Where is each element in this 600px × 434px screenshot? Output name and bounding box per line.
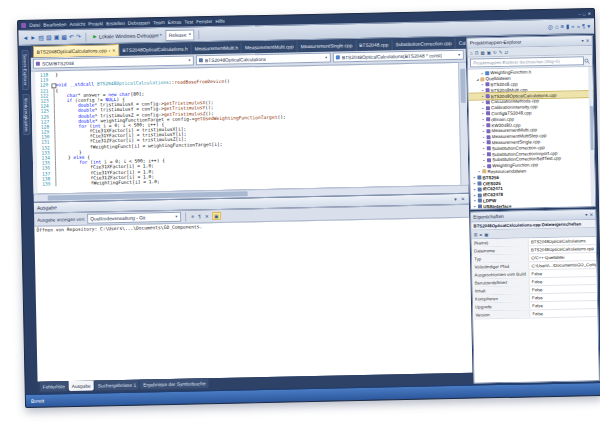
main-region: Server-ExplorerWerkzeugkasten BTS2048Opt… xyxy=(19,34,600,394)
start-debug-button[interactable]: ► Lokale Windows-Debugger ▾ xyxy=(90,32,164,40)
close-icon[interactable]: ✕ xyxy=(460,196,466,202)
configuration-combo[interactable]: Release ▼ xyxy=(166,29,195,41)
menu-item-datei[interactable]: Datei xyxy=(29,23,40,28)
menu-item-extras[interactable]: Extras xyxy=(168,20,182,25)
output-source-combo[interactable]: Quellcodeverwaltung - Git ▼ xyxy=(87,212,181,224)
chevron-down-icon: ▼ xyxy=(175,215,178,219)
close-icon[interactable]: ✕ xyxy=(586,38,590,43)
type-dropdown[interactable]: BTS2048OpticalCalculations ▼ xyxy=(196,53,331,66)
property-pages-icon[interactable]: ▣ xyxy=(484,232,488,237)
messages-icon[interactable]: ≡ xyxy=(190,213,195,219)
doc-tab[interactable]: BTS2048.cpp xyxy=(356,39,392,51)
maximize-icon[interactable]: □ xyxy=(583,11,586,16)
solution-explorer-title: Projektmappen-Explorer xyxy=(470,40,522,46)
bookmark-icon[interactable]: ▮ xyxy=(566,23,569,30)
menu-item-team[interactable]: Team xyxy=(153,20,165,25)
solution-explorer-title-icons: ▾✕ xyxy=(581,38,589,43)
minimize-icon[interactable]: – xyxy=(578,11,580,16)
save-all-icon[interactable]: ▦ xyxy=(61,34,67,41)
h-icon xyxy=(485,71,489,75)
indent-icon[interactable]: » xyxy=(577,23,580,30)
doc-tab[interactable]: CalibrationIntensity.cpp xyxy=(456,37,466,49)
cpp-icon xyxy=(485,100,489,104)
pin-icon[interactable]: ▾ xyxy=(585,212,587,217)
output-title: Ausgabe xyxy=(37,204,57,210)
chevron-down-icon: ▾ xyxy=(160,33,162,37)
new-project-icon[interactable]: ▤ xyxy=(38,34,44,41)
member-dropdown[interactable]: BTS2048OpticalCalculations(BTS2048 * con… xyxy=(333,50,464,63)
close-icon[interactable]: ✕ xyxy=(589,212,593,217)
menu-item-fenster[interactable]: Fenster xyxy=(196,19,212,24)
chevron-icon: ▸ xyxy=(481,83,485,87)
doc-tab-label: MeasurementSingle.cpp xyxy=(301,43,353,49)
bottom-tab[interactable]: Fehlerliste xyxy=(40,381,68,392)
home-icon[interactable]: ⌂ xyxy=(470,50,473,55)
search-icon[interactable] xyxy=(584,58,590,64)
chevron-down-icon: ▼ xyxy=(188,32,191,36)
cpp-project-icon xyxy=(36,62,40,66)
chevron-icon: ▸ xyxy=(482,164,486,168)
line-number: 139 xyxy=(37,181,52,187)
close-icon[interactable]: ✕ xyxy=(112,48,115,53)
line-marks-icon[interactable]: ¶ xyxy=(582,23,585,30)
properties-icon[interactable]: ▣ xyxy=(487,50,491,55)
status-text: Bereit xyxy=(31,398,44,404)
navigate-icon[interactable]: ⌂ xyxy=(555,23,559,30)
window-position-icon[interactable]: ▾ xyxy=(453,196,458,202)
side-tab[interactable]: Werkzeugkasten xyxy=(22,93,30,135)
solution-tree: ▸WeightingFunction.h◢Quelldateien▸BTS204… xyxy=(468,67,595,209)
categorized-icon[interactable]: ⊞ xyxy=(474,232,478,237)
clear-output-icon[interactable]: ✕ xyxy=(204,213,210,219)
solution-search-input[interactable] xyxy=(470,56,584,67)
save-icon[interactable]: ▣ xyxy=(54,34,60,41)
alphabetical-icon[interactable]: ≡ xyxy=(479,232,482,237)
scrollbar-thumb[interactable] xyxy=(589,106,593,151)
pin-icon[interactable]: ▪ xyxy=(109,48,111,53)
back-icon[interactable]: ◄ xyxy=(22,34,28,41)
project-dropdown[interactable]: SCM/BTS2048 ▼ xyxy=(33,55,194,68)
refresh-icon[interactable]: ↻ xyxy=(493,50,497,55)
forward-icon[interactable]: ► xyxy=(30,34,36,41)
redo-icon[interactable]: ↷ xyxy=(76,33,81,40)
menu-item-erstellen[interactable]: Erstellen xyxy=(106,21,125,26)
scrollbar-thumb[interactable] xyxy=(460,69,466,103)
menu-item-test[interactable]: Test xyxy=(184,19,193,24)
cpp-icon xyxy=(486,123,490,127)
bottom-tab[interactable]: Suchergebnisse 1 xyxy=(95,380,140,391)
undo-icon[interactable]: ↶ xyxy=(69,33,74,40)
window-controls: –□✕ xyxy=(578,11,591,16)
open-file-icon[interactable]: ▧ xyxy=(46,34,52,41)
bottom-tab[interactable]: Ergebnisse der Symbolsuche xyxy=(140,378,209,389)
menu-item-projekt[interactable]: Projekt xyxy=(88,21,103,26)
code-editor[interactable]: 118}119120void __stdcall BTS2048OpticalC… xyxy=(31,63,469,194)
collapse-all-icon[interactable]: ⊟ xyxy=(475,50,479,55)
doc-tab-label: BTS2048OpticalCalculations.h xyxy=(123,47,188,53)
class-icon xyxy=(199,58,203,62)
show-all-files-icon[interactable]: ▦ xyxy=(480,50,484,55)
close-icon[interactable]: ✕ xyxy=(587,11,591,16)
property-row[interactable]: VersionFalse xyxy=(473,309,597,320)
menu-item-debuggen[interactable]: Debuggen xyxy=(128,20,150,25)
pin-output-icon[interactable]: ▣ xyxy=(212,212,221,220)
chevron-icon: ▸ xyxy=(481,89,485,93)
doc-tab-label: SubstitutionCorrection.cpp xyxy=(395,41,451,47)
output-content[interactable]: Öffnen von Repository: C:\Users\...\Docu… xyxy=(34,218,472,382)
cpp-icon xyxy=(486,112,490,116)
menu-item-hilfe[interactable]: Hilfe xyxy=(215,19,225,24)
cpp-icon xyxy=(486,146,490,150)
bottom-tab[interactable]: Ausgabe xyxy=(69,381,94,392)
outline-margin xyxy=(52,181,57,186)
word-wrap-icon[interactable]: ¶ xyxy=(197,213,202,219)
outdent-icon[interactable]: « xyxy=(571,23,574,30)
comment-icon[interactable]: ≡ xyxy=(560,23,564,30)
folder-icon xyxy=(482,170,486,174)
side-tab[interactable]: Server-Explorer xyxy=(21,50,29,90)
pin-icon[interactable]: ▾ xyxy=(581,38,583,43)
find-icon[interactable]: ◎ xyxy=(548,23,553,30)
view-code-icon[interactable]: ✎ xyxy=(499,49,503,54)
toolbar-overflow-icon[interactable]: ▾ xyxy=(587,23,590,30)
menu-item-ansicht[interactable]: Ansicht xyxy=(69,22,85,27)
sync-icon[interactable]: ⇄ xyxy=(504,49,508,54)
menu-item-bearbeiten[interactable]: Bearbeiten xyxy=(43,22,66,27)
proj-icon xyxy=(477,193,481,197)
